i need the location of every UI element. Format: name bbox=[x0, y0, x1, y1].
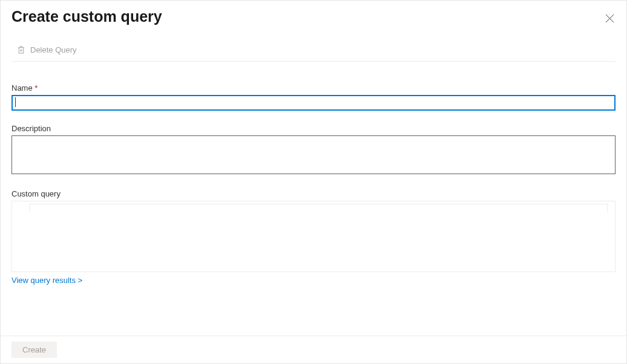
query-editor-gutter bbox=[29, 204, 608, 212]
trash-icon bbox=[17, 45, 25, 54]
panel-footer: Create bbox=[1, 336, 626, 363]
close-button[interactable] bbox=[603, 11, 617, 27]
create-query-panel: Create custom query Delete Query Name * … bbox=[1, 1, 626, 363]
description-input[interactable] bbox=[11, 135, 616, 174]
toolbar: Delete Query bbox=[11, 45, 616, 62]
custom-query-label: Custom query bbox=[11, 189, 616, 198]
close-icon bbox=[605, 14, 614, 23]
view-query-results-link[interactable]: View query results > bbox=[11, 276, 82, 285]
description-label: Description bbox=[11, 124, 616, 133]
delete-query-label: Delete Query bbox=[30, 45, 77, 54]
custom-query-editor[interactable] bbox=[11, 201, 616, 272]
name-input[interactable] bbox=[11, 95, 616, 111]
required-indicator: * bbox=[34, 83, 38, 93]
field-description: Description bbox=[11, 124, 616, 176]
delete-query-button[interactable]: Delete Query bbox=[11, 45, 77, 54]
name-input-wrap bbox=[11, 95, 616, 111]
create-button[interactable]: Create bbox=[11, 342, 57, 358]
panel-header: Create custom query bbox=[11, 10, 616, 27]
text-caret bbox=[15, 97, 16, 107]
field-name: Name * bbox=[11, 83, 616, 111]
panel-title: Create custom query bbox=[11, 8, 162, 25]
field-custom-query: Custom query View query results > bbox=[11, 189, 616, 285]
name-label: Name * bbox=[11, 83, 616, 93]
name-label-text: Name bbox=[11, 83, 33, 93]
